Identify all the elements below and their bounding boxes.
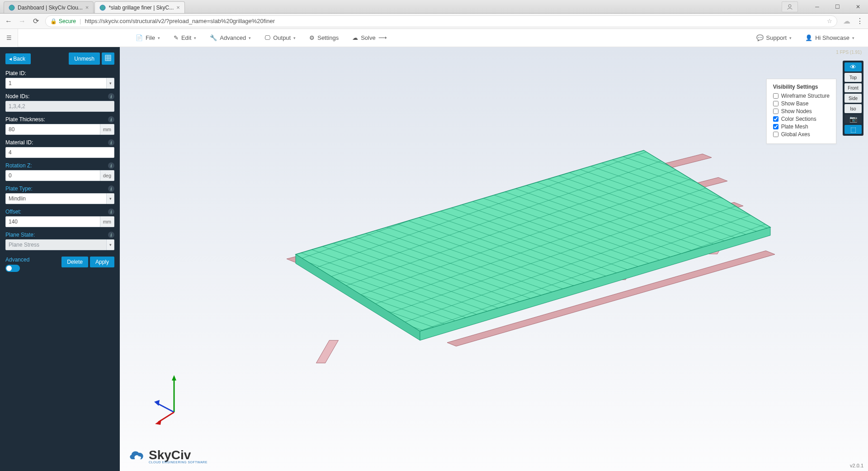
plate-type-select[interactable] <box>5 193 107 204</box>
unit-label: mm <box>100 124 114 135</box>
menu-advanced[interactable]: 🔧Advanced▾ <box>210 34 251 41</box>
address-bar: ← → ⟳ 🔒 Secure | ☆ ☁ ⋮ <box>0 14 868 29</box>
chevron-down-icon: ▾ <box>852 36 854 40</box>
material-id-input[interactable] <box>5 147 114 158</box>
3d-viewport[interactable]: 1 FPS (1.91) <box>120 47 868 471</box>
svg-rect-15 <box>316 340 338 363</box>
menu-support[interactable]: 💬Support▾ <box>756 34 792 41</box>
checkbox[interactable] <box>773 101 778 106</box>
monitor-icon: 🖵 <box>264 34 270 41</box>
view-side-button[interactable]: Side <box>844 94 862 103</box>
unmesh-button[interactable]: Unmesh <box>69 52 100 65</box>
visibility-row-wireframe[interactable]: Wireframe Structure <box>773 93 830 99</box>
menu-user[interactable]: 👤Hi Showcase▾ <box>805 34 854 41</box>
close-icon[interactable]: × <box>176 4 180 11</box>
unit-label: mm <box>100 216 114 227</box>
close-icon[interactable]: × <box>85 4 89 11</box>
wrench-icon: 🔧 <box>210 34 217 41</box>
checkbox[interactable] <box>773 132 778 137</box>
checkbox[interactable] <box>773 109 778 114</box>
version-label: v2.0.1 <box>850 463 863 468</box>
visibility-row-axes[interactable]: Global Axes <box>773 131 830 138</box>
url-field[interactable]: 🔒 Secure | ☆ <box>45 15 837 27</box>
bookmark-icon[interactable]: ☆ <box>827 18 832 24</box>
chevron-down-icon[interactable]: ▾ <box>107 193 114 204</box>
fps-counter: 1 FPS (1.91) <box>836 50 862 55</box>
lock-icon: 🔒 <box>50 18 57 24</box>
properties-sidebar: ◂ Back Unmesh Plate ID: ▾ Node IDs:i Pla… <box>0 47 120 471</box>
offset-input[interactable] <box>5 216 100 227</box>
menu-file[interactable]: 📄File▾ <box>136 34 160 41</box>
hamburger-icon[interactable]: ☰ <box>0 29 18 47</box>
tab-title: Dashboard | SkyCiv Clou... <box>18 5 83 11</box>
plane-state-label[interactable]: Plane State:i <box>5 232 114 238</box>
visibility-row-nodes[interactable]: Show Nodes <box>773 108 830 114</box>
chevron-down-icon: ▾ <box>789 36 792 40</box>
advanced-label[interactable]: Advanced <box>5 257 29 263</box>
skyciv-logo: SkyCiv CLOUD ENGINEERING SOFTWARE <box>128 447 208 465</box>
checkbox[interactable] <box>773 124 778 129</box>
apply-button[interactable]: Apply <box>90 257 114 267</box>
checkbox[interactable] <box>773 116 778 122</box>
node-ids-input <box>5 101 114 112</box>
view-iso-button[interactable]: Iso <box>844 104 862 113</box>
browser-tab-dashboard[interactable]: Dashboard | SkyCiv Clou... × <box>4 1 94 13</box>
info-icon[interactable]: i <box>108 186 114 192</box>
chevron-down-icon: ▾ <box>249 36 251 40</box>
maximize-button[interactable]: ☐ <box>827 0 848 14</box>
chevron-down-icon[interactable]: ▾ <box>107 239 114 250</box>
rotation-z-label[interactable]: Rotation Z:i <box>5 162 114 169</box>
view-top-button[interactable]: Top <box>844 73 862 82</box>
thickness-input[interactable] <box>5 124 100 135</box>
menu-solve[interactable]: ☁Solve⟶ <box>352 34 387 41</box>
plate-type-label[interactable]: Plate Type:i <box>5 186 114 192</box>
advanced-toggle[interactable] <box>5 265 20 272</box>
close-button[interactable]: ✕ <box>848 0 868 14</box>
visibility-row-mesh[interactable]: Plate Mesh <box>773 124 830 130</box>
info-icon[interactable]: i <box>108 116 114 123</box>
rotation-z-input[interactable] <box>5 170 100 181</box>
axis-gizmo <box>151 371 197 426</box>
chat-icon: 💬 <box>756 34 764 41</box>
svg-marker-26 <box>154 400 160 406</box>
offset-label[interactable]: Offset:i <box>5 209 114 215</box>
kebab-icon[interactable]: ⋮ <box>856 17 863 25</box>
chevron-down-icon: ▾ <box>293 36 296 40</box>
grid-icon-button[interactable] <box>102 52 114 65</box>
svg-marker-24 <box>172 375 176 381</box>
chevron-down-icon[interactable]: ▾ <box>107 78 114 89</box>
visibility-row-base[interactable]: Show Base <box>773 100 830 107</box>
svg-line-25 <box>157 403 174 412</box>
menu-settings[interactable]: ⚙Settings <box>309 34 339 41</box>
plane-state-select[interactable] <box>5 239 107 250</box>
info-icon[interactable]: i <box>108 209 114 215</box>
cube-icon-button[interactable]: ⬚ <box>844 125 862 134</box>
menu-output[interactable]: 🖵Output▾ <box>264 34 296 41</box>
cloud-logo-icon <box>128 447 146 465</box>
eye-icon-button[interactable]: 👁 <box>844 62 862 71</box>
user-icon[interactable] <box>782 1 798 12</box>
visibility-row-color[interactable]: Color Sections <box>773 116 830 122</box>
info-icon[interactable]: i <box>108 162 114 169</box>
view-toolbar: 👁 Top Front Side Iso 📷 ⬚ <box>843 61 863 136</box>
view-front-button[interactable]: Front <box>844 83 862 92</box>
back-icon[interactable]: ← <box>5 17 13 25</box>
browser-tab-skyciv[interactable]: *slab grillage finer | SkyC... × <box>94 1 184 13</box>
info-icon[interactable]: i <box>108 139 114 146</box>
forward-icon[interactable]: → <box>18 17 26 25</box>
checkbox[interactable] <box>773 93 778 99</box>
menu-edit[interactable]: ✎Edit▾ <box>174 34 196 41</box>
info-icon[interactable]: i <box>108 232 114 238</box>
info-icon[interactable]: i <box>108 93 114 100</box>
reload-icon[interactable]: ⟳ <box>32 17 40 25</box>
app-menu-bar: ☰ 📄File▾ ✎Edit▾ 🔧Advanced▾ 🖵Output▾ ⚙Set… <box>0 29 868 47</box>
back-button[interactable]: ◂ Back <box>5 53 31 64</box>
cloud-icon[interactable]: ☁ <box>843 17 851 25</box>
user-icon: 👤 <box>805 34 812 41</box>
camera-icon-button[interactable]: 📷 <box>844 114 862 124</box>
minimize-button[interactable]: ─ <box>807 0 827 14</box>
favicon-icon <box>9 5 15 11</box>
delete-button[interactable]: Delete <box>61 257 88 267</box>
url-input[interactable] <box>85 18 823 24</box>
plate-id-select[interactable] <box>5 78 107 89</box>
